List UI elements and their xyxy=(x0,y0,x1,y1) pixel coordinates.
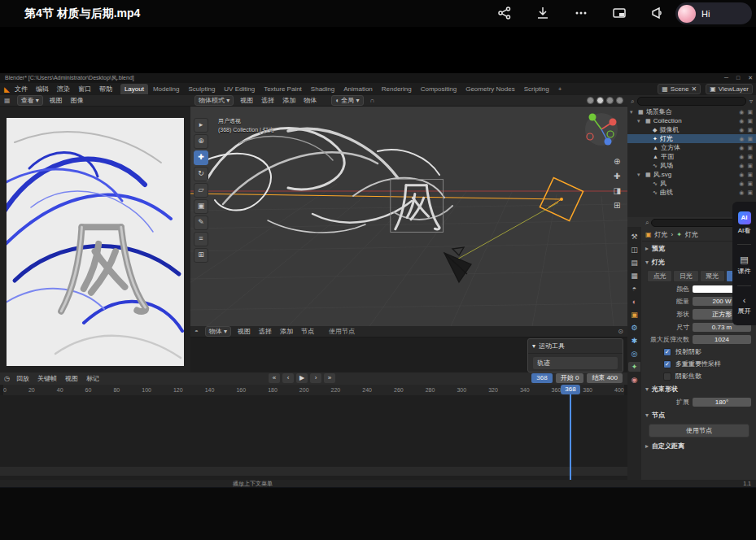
visibility-toggles[interactable]: ◉ ▣ xyxy=(739,189,756,196)
hide-viewport-icon[interactable]: ◉ xyxy=(739,127,744,133)
light-type-button[interactable]: 聚光 xyxy=(700,270,725,282)
editor-type-icon[interactable]: ◓ xyxy=(194,328,199,335)
object-name[interactable]: 风.svg xyxy=(653,170,737,179)
object-name[interactable]: 风 xyxy=(660,179,736,188)
properties-tab-icon[interactable]: ✦ xyxy=(628,362,640,372)
breadcrumb-object[interactable]: 灯光 xyxy=(655,230,668,239)
scene-selector[interactable]: ▦ Scene ✕ xyxy=(658,84,701,94)
outliner-row[interactable]: ▾ ▦ 场景集合 ◉ ▣ xyxy=(627,107,756,116)
visibility-toggles[interactable]: ◉ ▣ xyxy=(739,172,756,178)
transport-button[interactable]: ‹ xyxy=(282,373,294,383)
menu-item[interactable]: 添加 xyxy=(280,327,293,336)
properties-tab-icon[interactable]: ◐ xyxy=(628,297,640,307)
editor-type-icon[interactable]: ◷ xyxy=(4,375,10,382)
image-editor-canvas[interactable] xyxy=(0,107,191,372)
disable-render-icon[interactable]: ▣ xyxy=(747,118,753,124)
light-type-button[interactable]: 点光 xyxy=(647,270,672,282)
visibility-toggles[interactable]: ◉ ▣ xyxy=(739,118,756,124)
menu-item[interactable]: 视图 xyxy=(65,374,78,383)
outliner-row[interactable]: ▲ 平面 ◉ ▣ xyxy=(627,152,756,161)
wireframe-shading-icon[interactable] xyxy=(587,97,594,104)
properties-tab-icon[interactable]: ✱ xyxy=(628,336,640,346)
workspace-tab[interactable]: Rendering xyxy=(378,84,416,94)
menu-item[interactable]: 节点 xyxy=(301,327,314,336)
properties-tab-icon[interactable]: ◫ xyxy=(628,245,640,255)
menu-item[interactable]: 回放 xyxy=(16,374,29,383)
object-name[interactable]: 曲线 xyxy=(660,188,736,197)
properties-tab-icon[interactable]: ◎ xyxy=(628,349,640,359)
visibility-toggles[interactable]: ◉ ▣ xyxy=(739,136,756,142)
properties-tab-icon[interactable]: ◉ xyxy=(628,375,640,385)
timeline-keyframe-area[interactable] xyxy=(0,395,627,480)
checkbox-row[interactable]: 多重重要性采样 xyxy=(642,358,756,370)
workspace-tab[interactable]: Sculpting xyxy=(184,84,219,94)
disable-render-icon[interactable]: ▣ xyxy=(747,145,753,151)
shading-mode-icons[interactable] xyxy=(587,97,623,104)
transport-button[interactable]: › xyxy=(310,373,321,383)
workspace-tab[interactable]: Animation xyxy=(339,84,377,94)
outliner-row[interactable]: ∿ 曲线 ◉ ▣ xyxy=(627,188,756,197)
courseware-button[interactable]: ▤ 课件 xyxy=(738,255,751,276)
workspace-tab[interactable]: Geometry Nodes xyxy=(461,84,518,94)
object-name[interactable]: 摄像机 xyxy=(659,125,736,134)
search-icon[interactable]: ⌕ xyxy=(631,98,634,106)
menu-item[interactable]: 视图 xyxy=(240,96,253,105)
workspace-tab[interactable]: + xyxy=(554,84,566,94)
outliner-row[interactable]: ✦ 灯光 ◉ ▣ xyxy=(627,134,756,143)
workspace-tab[interactable]: Scripting xyxy=(520,84,553,94)
filter-icon[interactable]: ▿ xyxy=(749,98,753,105)
object-name[interactable]: Collection xyxy=(653,117,737,124)
object-name[interactable]: 场景集合 xyxy=(646,107,737,116)
transport-button[interactable]: ▶ xyxy=(296,373,308,383)
viewlayer-selector[interactable]: ▣ ViewLayer xyxy=(706,84,753,94)
expand-drawer-button[interactable]: ‹ 展开 xyxy=(738,295,751,316)
shader-type-dropdown[interactable]: 物体 ▾ xyxy=(205,326,231,337)
motion-trail-button[interactable]: 轨迹 xyxy=(533,357,618,369)
orientation-dropdown[interactable]: ◐ 全局 ▾ xyxy=(331,95,363,106)
tool-button[interactable]: ▸ xyxy=(194,118,208,133)
tool-button[interactable]: ✚ xyxy=(194,150,208,165)
use-nodes-button[interactable]: 使用节点 xyxy=(649,424,749,438)
menu-item[interactable]: 图像 xyxy=(71,96,84,105)
properties-tab-icon[interactable]: ⚙ xyxy=(628,323,640,333)
hide-viewport-icon[interactable]: ◉ xyxy=(739,163,744,169)
frame-start-field[interactable]: 开始 0 xyxy=(556,373,584,383)
disable-render-icon[interactable]: ▣ xyxy=(747,172,753,178)
tool-button[interactable]: ⊞ xyxy=(194,248,208,263)
outliner-row[interactable]: ▲ 立方体 ◉ ▣ xyxy=(627,143,756,152)
menu-item[interactable]: 帮助 xyxy=(99,85,112,94)
properties-tab-icon[interactable]: ▦ xyxy=(628,271,640,281)
properties-tab-icon[interactable]: ▣ xyxy=(628,310,640,320)
disable-render-icon[interactable]: ▣ xyxy=(747,127,753,133)
playhead-frame-badge[interactable]: 368 xyxy=(561,385,580,394)
outliner-row[interactable]: ▾ ▦ 风.svg ◉ ▣ xyxy=(627,170,756,179)
visibility-toggles[interactable]: ◉ ▣ xyxy=(739,145,756,151)
share-icon[interactable] xyxy=(497,6,512,20)
tool-button[interactable]: ⊕ xyxy=(194,134,208,149)
hide-viewport-icon[interactable]: ◉ xyxy=(739,172,744,178)
visibility-toggles[interactable]: ◉ ▣ xyxy=(739,181,756,187)
tool-button[interactable]: ✎ xyxy=(194,216,208,230)
checkbox-row[interactable]: 投射阴影 xyxy=(642,346,756,358)
current-frame-field[interactable]: 368 xyxy=(531,373,552,383)
user-account-button[interactable]: Hi xyxy=(675,2,752,24)
outliner-row[interactable]: ▾ ▦ Collection ◉ ▣ xyxy=(627,116,756,125)
clear-scene-icon[interactable]: ✕ xyxy=(692,85,697,93)
menu-item[interactable]: 标记 xyxy=(86,374,99,383)
hide-viewport-icon[interactable]: ◉ xyxy=(739,109,744,115)
outliner-row[interactable]: ∿ 风场 ◉ ▣ xyxy=(627,161,756,170)
image-mode-dropdown[interactable]: 查看 ▾ xyxy=(17,95,43,106)
nav-gizmo-icon[interactable]: ⊕ xyxy=(614,157,621,166)
hide-viewport-icon[interactable]: ◉ xyxy=(739,118,744,124)
disable-render-icon[interactable]: ▣ xyxy=(747,181,753,187)
nav-gizmo-icon[interactable]: ◨ xyxy=(614,186,621,195)
mode-dropdown[interactable]: 物体模式 ▾ xyxy=(194,95,234,106)
properties-tab-icon[interactable]: ▤ xyxy=(628,258,640,268)
visibility-toggles[interactable]: ◉ ▣ xyxy=(739,127,756,133)
menu-item[interactable]: 关键帧 xyxy=(37,374,57,383)
disable-render-icon[interactable]: ▣ xyxy=(747,109,753,115)
snap-magnet-icon[interactable]: ∩ xyxy=(370,97,375,104)
search-icon[interactable]: ⌕ xyxy=(645,219,649,227)
menu-item[interactable]: 物体 xyxy=(304,96,317,105)
expand-arrow-icon[interactable]: ▾ xyxy=(630,109,636,115)
